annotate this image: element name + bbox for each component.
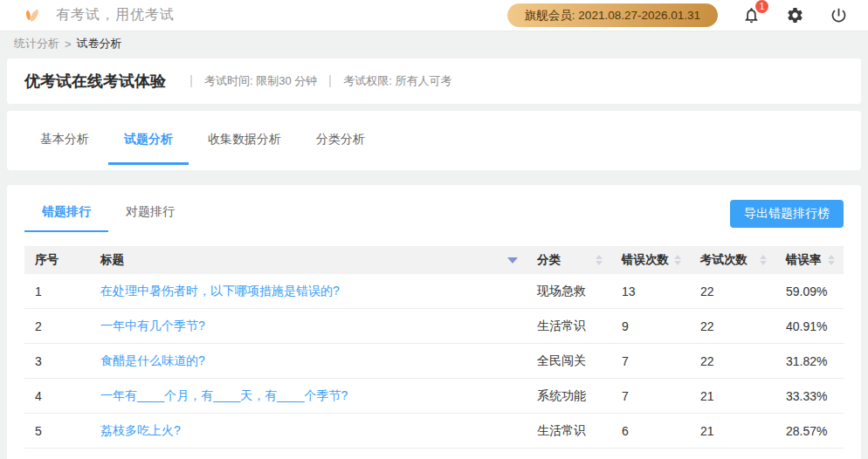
row-exam-count: 21: [690, 424, 775, 438]
row-error-rate: 33.33%: [775, 389, 844, 403]
question-title-link[interactable]: 食醋是什么味道的?: [100, 353, 205, 367]
ranking-toolbar: 错题排行 对题排行 导出错题排行榜: [24, 185, 844, 232]
row-index: 4: [24, 389, 90, 403]
column-header-exam-count[interactable]: 考试次数: [690, 252, 775, 268]
notification-count-badge: 1: [755, 0, 768, 13]
breadcrumb-current: 试卷分析: [77, 36, 122, 51]
row-index: 1: [24, 284, 90, 298]
question-title-link[interactable]: 荔枝多吃上火?: [100, 423, 181, 437]
row-category: 系统功能: [527, 388, 611, 404]
tab-category-analysis[interactable]: 分类分析: [300, 116, 381, 165]
table-header-row: 序号 标题 分类 错误次数 考试次数: [24, 246, 844, 274]
exam-meta: 考试时间: 限制30 分钟 考试权限: 所有人可考: [178, 73, 452, 89]
ranking-tabs: 错题排行 对题排行: [24, 195, 192, 232]
row-category: 全民闯关: [527, 353, 611, 369]
table-row: 2 一年中有几个季节? 生活常识 9 22 40.91%: [24, 309, 844, 344]
row-exam-count: 21: [690, 389, 775, 403]
question-title-link[interactable]: 一年有____个月，有____天，有____个季节?: [100, 388, 348, 402]
table-row: 5 荔枝多吃上火? 生活常识 6 21 28.57%: [24, 414, 844, 449]
row-exam-count: 22: [690, 319, 775, 333]
tab-question-analysis[interactable]: 试题分析: [108, 116, 189, 165]
row-error-rate: 40.91%: [775, 319, 844, 333]
column-header-wrong-count[interactable]: 错误次数: [611, 252, 690, 268]
exam-title: 优考试在线考试体验: [24, 71, 166, 92]
exam-permission-meta: 考试权限: 所有人可考: [343, 73, 451, 89]
row-category: 生活常识: [527, 423, 611, 439]
row-wrong-count: 6: [611, 424, 690, 438]
row-error-rate: 28.57%: [775, 424, 844, 438]
row-exam-count: 22: [690, 284, 775, 298]
export-wrong-ranking-button[interactable]: 导出错题排行榜: [730, 200, 844, 228]
logo-icon: [21, 4, 44, 27]
row-wrong-count: 9: [611, 319, 690, 333]
question-title-link[interactable]: 在处理中暑伤者时，以下哪项措施是错误的?: [100, 284, 340, 298]
column-header-error-rate[interactable]: 错误率: [775, 252, 844, 268]
settings-button[interactable]: [784, 5, 805, 26]
sort-carets-icon[interactable]: [596, 255, 603, 265]
sort-desc-icon[interactable]: [507, 257, 518, 264]
row-error-rate: 31.82%: [775, 354, 844, 368]
column-header-title[interactable]: 标题: [90, 252, 527, 268]
top-bar: 有考试，用优考试 旗舰会员: 2021.08.27-2026.01.31 1: [0, 0, 868, 31]
sort-carets-icon[interactable]: [674, 255, 681, 265]
breadcrumb-parent[interactable]: 统计分析: [14, 36, 59, 51]
app-slogan: 有考试，用优考试: [56, 6, 175, 24]
divider: [329, 75, 331, 87]
row-category: 现场急救: [527, 284, 611, 299]
table-row: 4 一年有____个月，有____天，有____个季节? 系统功能 7 21 3…: [24, 379, 844, 414]
row-wrong-count: 7: [611, 354, 690, 368]
tab-basic-analysis[interactable]: 基本分析: [24, 116, 105, 165]
divider: [190, 75, 192, 87]
table-row: 3 食醋是什么味道的? 全民闯关 7 22 31.82%: [24, 344, 844, 379]
sort-carets-icon[interactable]: [828, 255, 835, 265]
membership-badge: 旗舰会员: 2021.08.27-2026.01.31: [507, 3, 718, 27]
row-index: 3: [24, 354, 90, 368]
ranking-card: 错题排行 对题排行 导出错题排行榜 序号 标题 分类 错误: [7, 185, 861, 459]
gear-icon: [786, 6, 804, 24]
row-wrong-count: 13: [611, 284, 690, 298]
sort-carets-icon[interactable]: [760, 255, 767, 265]
row-index: 5: [24, 424, 90, 438]
column-header-category[interactable]: 分类: [527, 252, 611, 268]
analysis-tabs: 基本分析 试题分析 收集数据分析 分类分析: [7, 111, 861, 170]
logout-button[interactable]: [828, 5, 849, 26]
column-header-index: 序号: [24, 252, 90, 268]
row-error-rate: 59.09%: [775, 284, 844, 298]
power-icon: [830, 6, 848, 24]
row-category: 生活常识: [527, 319, 611, 334]
question-ranking-table: 序号 标题 分类 错误次数 考试次数: [24, 246, 844, 449]
breadcrumb-separator: >: [65, 38, 72, 51]
table-row: 1 在处理中暑伤者时，以下哪项措施是错误的? 现场急救 13 22 59.09%: [24, 274, 844, 309]
row-wrong-count: 7: [611, 389, 690, 403]
exam-header-card: 优考试在线考试体验 考试时间: 限制30 分钟 考试权限: 所有人可考: [7, 58, 861, 104]
notifications-button[interactable]: 1: [741, 5, 761, 26]
breadcrumb: 统计分析 > 试卷分析: [0, 31, 868, 56]
row-exam-count: 22: [690, 354, 775, 368]
exam-time-meta: 考试时间: 限制30 分钟: [204, 73, 317, 89]
tab-wrong-ranking[interactable]: 错题排行: [24, 195, 108, 232]
tab-correct-ranking[interactable]: 对题排行: [108, 195, 192, 232]
tab-collected-data-analysis[interactable]: 收集数据分析: [192, 116, 297, 165]
row-index: 2: [24, 319, 90, 333]
question-title-link[interactable]: 一年中有几个季节?: [100, 319, 205, 332]
app-logo: 有考试，用优考试: [21, 4, 175, 27]
